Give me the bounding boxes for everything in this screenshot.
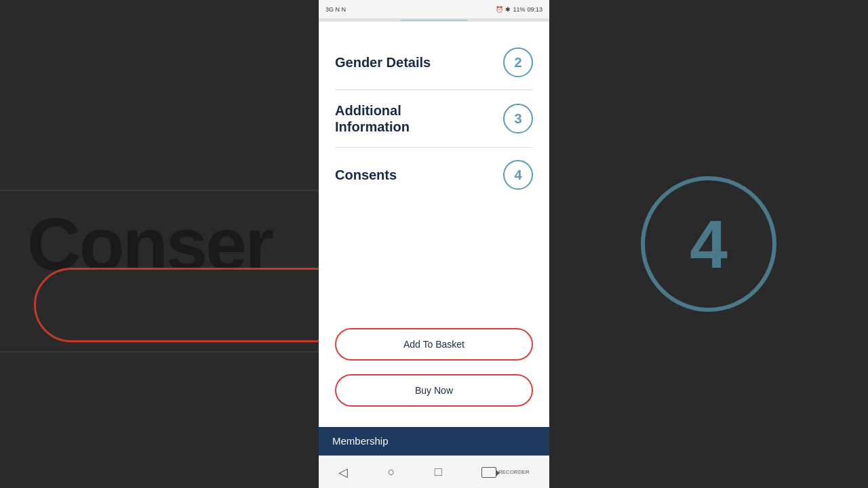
background-left: Conser <box>0 0 319 488</box>
status-left: 3G N N <box>326 6 346 13</box>
scroll-bar <box>400 20 468 21</box>
step-row-gender[interactable]: Gender Details 2 <box>335 35 533 90</box>
steps-content: Gender Details 2 AdditionalInformation 3… <box>319 22 549 314</box>
recorder-icon <box>481 467 496 478</box>
bluetooth-icon: ✱ <box>505 6 511 13</box>
recorder-badge: RECORDER <box>481 467 530 478</box>
buy-now-button[interactable]: Buy Now <box>335 374 533 407</box>
step-label-gender: Gender Details <box>335 54 431 70</box>
recents-button[interactable]: □ <box>435 465 442 479</box>
add-to-basket-button[interactable]: Add To Basket <box>335 328 533 361</box>
battery-percent: 11% <box>513 6 525 13</box>
step-number-2: 2 <box>503 47 533 77</box>
step-label-consents: Consents <box>335 167 397 183</box>
bottom-bar: Membership <box>319 427 549 455</box>
step-number-3: 3 <box>503 104 533 134</box>
status-right: ⏰ ✱ 11% 09:13 <box>496 6 542 13</box>
step-row-additional[interactable]: AdditionalInformation 3 <box>335 90 533 148</box>
step-label-additional: AdditionalInformation <box>335 102 410 135</box>
step-number-4: 4 <box>503 160 533 190</box>
step-row-consents[interactable]: Consents 4 <box>335 148 533 202</box>
status-bar: 3G N N ⏰ ✱ 11% 09:13 <box>319 0 549 19</box>
time-display: 09:13 <box>527 6 542 13</box>
alarm-icon: ⏰ <box>496 6 503 13</box>
bg-circle: 4 <box>641 176 776 312</box>
recorder-label: RECORDER <box>498 469 530 475</box>
bg-circle-number: 4 <box>690 205 728 283</box>
phone-frame: 3G N N ⏰ ✱ 11% 09:13 Gender Details 2 Ad… <box>319 0 549 488</box>
back-button[interactable]: ◁ <box>338 465 348 480</box>
signal-text: 3G N N <box>326 6 346 13</box>
nav-bar: ◁ ○ □ RECORDER <box>319 455 549 488</box>
membership-label: Membership <box>332 435 389 447</box>
home-button[interactable]: ○ <box>388 465 395 479</box>
buttons-area: Add To Basket Buy Now <box>319 314 549 427</box>
background-right: 4 <box>549 0 868 488</box>
